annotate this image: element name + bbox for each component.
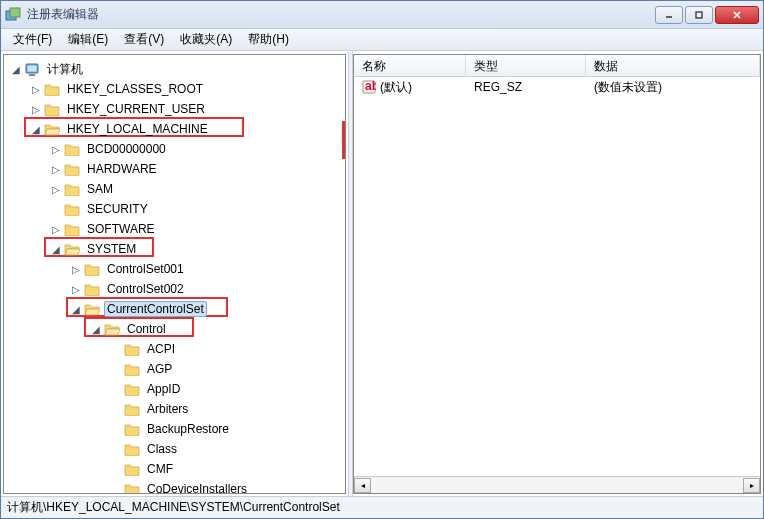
tree-node-cs001[interactable]: ▷ ControlSet001 [6, 259, 343, 279]
node-label[interactable]: AppID [144, 381, 183, 397]
tree-node-cs002[interactable]: ▷ ControlSet002 [6, 279, 343, 299]
node-label[interactable]: BackupRestore [144, 421, 232, 437]
node-label[interactable]: ACPI [144, 341, 178, 357]
tree-pane[interactable]: ◢ 计算机 ▷ HKEY_CLASSES_ROOT ▷ HKEY_CURRENT… [3, 54, 346, 494]
folder-open-icon [104, 322, 120, 336]
tree-node-acpi[interactable]: ▷ ACPI [6, 339, 343, 359]
node-label[interactable]: CMF [144, 461, 176, 477]
tree-node-security[interactable]: ▷ SECURITY [6, 199, 343, 219]
column-data[interactable]: 数据 [586, 55, 760, 76]
folder-icon [124, 422, 140, 436]
horizontal-scrollbar[interactable]: ◂ ▸ [354, 476, 760, 493]
registry-editor-window: 注册表编辑器 文件(F) 编辑(E) 查看(V) 收藏夹(A) 帮助(H) ◢ … [0, 0, 764, 519]
folder-icon [124, 362, 140, 376]
tree-node-arbiters[interactable]: ▷ Arbiters [6, 399, 343, 419]
chevron-right-icon[interactable]: ▷ [70, 283, 82, 295]
chevron-right-icon[interactable]: ▷ [50, 223, 62, 235]
tree-node-agp[interactable]: ▷ AGP [6, 359, 343, 379]
tree-node-codev[interactable]: ▷ CoDeviceInstallers [6, 479, 343, 494]
tree-node-class[interactable]: ▷ Class [6, 439, 343, 459]
node-label[interactable]: HARDWARE [84, 161, 160, 177]
tree-node-software[interactable]: ▷ SOFTWARE [6, 219, 343, 239]
folder-icon [124, 402, 140, 416]
node-label[interactable]: ControlSet001 [104, 261, 187, 277]
tree-node-sam[interactable]: ▷ SAM [6, 179, 343, 199]
tree-node-bcd[interactable]: ▷ BCD00000000 [6, 139, 343, 159]
node-label[interactable]: HKEY_LOCAL_MACHINE [64, 121, 211, 137]
scroll-track[interactable] [371, 478, 743, 493]
node-label[interactable]: SOFTWARE [84, 221, 158, 237]
title-text: 注册表编辑器 [27, 6, 655, 23]
maximize-button[interactable] [685, 6, 713, 24]
folder-open-icon [64, 242, 80, 256]
list-body[interactable]: (默认) REG_SZ (数值未设置) [354, 77, 760, 476]
folder-icon [124, 482, 140, 494]
node-label[interactable]: ControlSet002 [104, 281, 187, 297]
node-label[interactable]: Arbiters [144, 401, 191, 417]
chevron-right-icon[interactable]: ▷ [70, 263, 82, 275]
tree-node-hardware[interactable]: ▷ HARDWARE [6, 159, 343, 179]
tree-node-control[interactable]: ◢ Control [6, 319, 343, 339]
computer-icon [24, 62, 40, 76]
list-header: 名称 类型 数据 [354, 55, 760, 77]
value-name: (默认) [380, 79, 412, 96]
folder-icon [64, 182, 80, 196]
tree-node-system[interactable]: ◢ SYSTEM [6, 239, 343, 259]
folder-icon [64, 202, 80, 216]
chevron-down-icon[interactable]: ◢ [90, 323, 102, 335]
chevron-right-icon[interactable]: ▷ [30, 83, 42, 95]
menu-favorites[interactable]: 收藏夹(A) [172, 28, 240, 51]
column-name[interactable]: 名称 [354, 55, 466, 76]
node-label[interactable]: Class [144, 441, 180, 457]
chevron-down-icon[interactable]: ◢ [10, 63, 22, 75]
node-label[interactable]: BCD00000000 [84, 141, 169, 157]
folder-icon [64, 162, 80, 176]
chevron-right-icon[interactable]: ▷ [50, 183, 62, 195]
node-label[interactable]: CoDeviceInstallers [144, 481, 250, 494]
node-label[interactable]: HKEY_CURRENT_USER [64, 101, 208, 117]
node-label[interactable]: SAM [84, 181, 116, 197]
scroll-right-button[interactable]: ▸ [743, 478, 760, 493]
chevron-right-icon[interactable]: ▷ [50, 163, 62, 175]
node-label[interactable]: Control [124, 321, 169, 337]
scroll-left-button[interactable]: ◂ [354, 478, 371, 493]
column-type[interactable]: 类型 [466, 55, 586, 76]
tree-node-hkcu[interactable]: ▷ HKEY_CURRENT_USER [6, 99, 343, 119]
chevron-right-icon[interactable]: ▷ [30, 103, 42, 115]
node-label[interactable]: SECURITY [84, 201, 151, 217]
node-label[interactable]: SYSTEM [84, 241, 139, 257]
tree-node-ccs[interactable]: ◢ CurrentControlSet [6, 299, 343, 319]
node-label[interactable]: CurrentControlSet [104, 301, 207, 317]
node-label[interactable]: 计算机 [44, 60, 86, 79]
menu-edit[interactable]: 编辑(E) [60, 28, 116, 51]
value-type: REG_SZ [466, 78, 586, 96]
tree-node-appid[interactable]: ▷ AppID [6, 379, 343, 399]
chevron-down-icon[interactable]: ◢ [70, 303, 82, 315]
folder-open-icon [84, 302, 100, 316]
tree-node-cmf[interactable]: ▷ CMF [6, 459, 343, 479]
folder-icon [64, 222, 80, 236]
chevron-right-icon[interactable]: ▷ [50, 143, 62, 155]
tree-node-hklm[interactable]: ◢ HKEY_LOCAL_MACHINE [6, 119, 343, 139]
chevron-down-icon[interactable]: ◢ [50, 243, 62, 255]
folder-icon [44, 102, 60, 116]
folder-icon [124, 342, 140, 356]
folder-icon [64, 142, 80, 156]
folder-icon [44, 82, 60, 96]
chevron-down-icon[interactable]: ◢ [30, 123, 42, 135]
tree-node-computer[interactable]: ◢ 计算机 [6, 59, 343, 79]
app-icon [5, 7, 21, 23]
node-label[interactable]: AGP [144, 361, 175, 377]
menu-help[interactable]: 帮助(H) [240, 28, 297, 51]
tree-node-backup[interactable]: ▷ BackupRestore [6, 419, 343, 439]
menu-view[interactable]: 查看(V) [116, 28, 172, 51]
close-button[interactable] [715, 6, 759, 24]
list-row[interactable]: (默认) REG_SZ (数值未设置) [354, 77, 760, 97]
tree-node-hkcr[interactable]: ▷ HKEY_CLASSES_ROOT [6, 79, 343, 99]
node-label[interactable]: HKEY_CLASSES_ROOT [64, 81, 206, 97]
folder-icon [124, 442, 140, 456]
menu-file[interactable]: 文件(F) [5, 28, 60, 51]
titlebar: 注册表编辑器 [1, 1, 763, 29]
minimize-button[interactable] [655, 6, 683, 24]
menubar: 文件(F) 编辑(E) 查看(V) 收藏夹(A) 帮助(H) [1, 29, 763, 51]
